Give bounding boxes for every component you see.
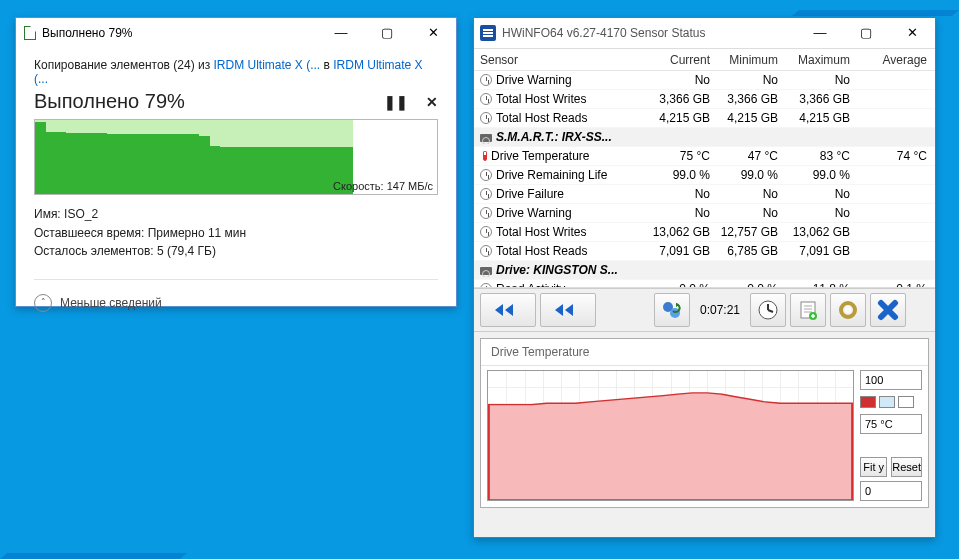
sensor-table[interactable]: Sensor Current Minimum Maximum Average D… (474, 48, 935, 288)
titlebar[interactable]: Выполнено 79% — ▢ ✕ (16, 18, 456, 48)
throughput-chart: Скорость: 147 МБ/с (34, 119, 438, 195)
reset-button[interactable]: Reset (891, 457, 922, 477)
drive-icon (480, 267, 492, 275)
y-min-field[interactable]: 0 (860, 481, 922, 501)
sensor-name: Drive Warning (496, 73, 572, 87)
y-max-field[interactable]: 100 (860, 370, 922, 390)
sensor-value: 7,091 GB (778, 244, 850, 258)
file-name-line: Имя: ISO_2 (34, 205, 438, 224)
maximize-button[interactable]: ▢ (843, 18, 889, 48)
sensor-value: 99.0 % (778, 168, 850, 182)
minimize-button[interactable]: — (318, 18, 364, 48)
minimize-button[interactable]: — (797, 18, 843, 48)
sensor-value: No (710, 187, 778, 201)
sensor-name: Drive Remaining Life (496, 168, 607, 182)
sensor-value: 4,215 GB (710, 111, 778, 125)
sensor-value: No (644, 73, 710, 87)
items-remaining-line: Осталось элементов: 5 (79,4 ГБ) (34, 242, 438, 261)
expand-left-button[interactable] (480, 293, 536, 327)
expand-right-button[interactable] (540, 293, 596, 327)
sensor-row[interactable]: Read Activity0.0 %0.0 %11.8 %0.1 % (474, 280, 935, 288)
sensor-value: No (710, 206, 778, 220)
clock-icon (480, 93, 492, 105)
sensor-group[interactable]: S.M.A.R.T.: IRX-SS... (474, 128, 935, 147)
temperature-chart (487, 370, 854, 501)
series-swatch-light[interactable] (879, 396, 895, 408)
elapsed-time: 0:07:21 (700, 303, 740, 317)
sensor-row[interactable]: Total Host Writes3,366 GB3,366 GB3,366 G… (474, 90, 935, 109)
pause-button[interactable]: ❚❚ (384, 94, 408, 110)
speed-label: Скорость: 147 МБ/с (333, 180, 433, 192)
sensor-value: 7,091 GB (644, 244, 710, 258)
svg-point-11 (845, 307, 851, 313)
maximize-button[interactable]: ▢ (364, 18, 410, 48)
sensor-row[interactable]: Drive WarningNoNoNo (474, 204, 935, 223)
close-sensors-button[interactable] (870, 293, 906, 327)
sensor-value: 99.0 % (710, 168, 778, 182)
current-value-field[interactable]: 75 °C (860, 414, 922, 434)
therm-icon (483, 151, 487, 161)
sensor-value: 3,366 GB (778, 92, 850, 106)
sensor-row[interactable]: Drive Remaining Life99.0 %99.0 %99.0 % (474, 166, 935, 185)
refresh-button[interactable] (654, 293, 690, 327)
file-copy-dialog: Выполнено 79% — ▢ ✕ Копирование элементо… (15, 17, 457, 307)
sensor-name: Drive Warning (496, 206, 572, 220)
sensor-value: 4,215 GB (644, 111, 710, 125)
series-swatch-white[interactable] (898, 396, 914, 408)
window-controls: — ▢ ✕ (797, 18, 935, 48)
hwinfo-window: HWiNFO64 v6.27-4170 Sensor Status — ▢ ✕ … (473, 17, 936, 538)
sensor-value: 99.0 % (644, 168, 710, 182)
fewer-details-label: Меньше сведений (60, 296, 162, 310)
close-button[interactable]: ✕ (410, 18, 456, 48)
chevron-up-icon: ˄ (34, 294, 52, 312)
cancel-button[interactable]: ✕ (426, 94, 438, 110)
sensor-row[interactable]: Drive FailureNoNoNo (474, 185, 935, 204)
series-swatch-red[interactable] (860, 396, 876, 408)
sensor-value: No (644, 206, 710, 220)
time-remaining-line: Оставшееся время: Примерно 11 мин (34, 224, 438, 243)
sensor-value: 3,366 GB (644, 92, 710, 106)
fit-y-button[interactable]: Fit y (860, 457, 887, 477)
fewer-details-toggle[interactable]: ˄ Меньше сведений (34, 279, 438, 312)
copy-source-line: Копирование элементов (24) из IRDM Ultim… (34, 58, 438, 86)
hwinfo-icon (480, 25, 496, 41)
source-link[interactable]: IRDM Ultimate X (... (214, 58, 321, 72)
sensor-name: Drive Failure (496, 187, 564, 201)
sensor-row[interactable]: Drive WarningNoNoNo (474, 71, 935, 90)
sensor-value: 74 °C (850, 149, 927, 163)
window-title: Выполнено 79% (42, 26, 318, 40)
sensor-row[interactable]: Total Host Writes13,062 GB12,757 GB13,06… (474, 223, 935, 242)
sensor-value: 13,062 GB (778, 225, 850, 239)
clock-icon (480, 207, 492, 219)
sensor-value: 13,062 GB (644, 225, 710, 239)
sensor-value: 75 °C (644, 149, 710, 163)
sensor-name: Total Host Reads (496, 111, 587, 125)
sensor-name: S.M.A.R.T.: IRX-SS... (496, 130, 612, 144)
sensor-group[interactable]: Drive: KINGSTON S... (474, 261, 935, 280)
sensor-value: No (710, 73, 778, 87)
close-button[interactable]: ✕ (889, 18, 935, 48)
sensor-name: Total Host Reads (496, 244, 587, 258)
sensor-row[interactable]: Drive Temperature75 °C47 °C83 °C74 °C (474, 147, 935, 166)
panel-title: Drive Temperature (481, 339, 928, 366)
clock-icon (480, 226, 492, 238)
sensor-value: 6,785 GB (710, 244, 778, 258)
sensor-value: 83 °C (778, 149, 850, 163)
clock-button[interactable] (750, 293, 786, 327)
table-header: Sensor Current Minimum Maximum Average (474, 49, 935, 71)
sensor-value: No (778, 206, 850, 220)
sensor-value: 12,757 GB (710, 225, 778, 239)
clock-icon (480, 188, 492, 200)
sensor-name: Drive: KINGSTON S... (496, 263, 618, 277)
settings-button[interactable] (830, 293, 866, 327)
window-title: HWiNFO64 v6.27-4170 Sensor Status (502, 26, 797, 40)
titlebar[interactable]: HWiNFO64 v6.27-4170 Sensor Status — ▢ ✕ (474, 18, 935, 48)
log-button[interactable] (790, 293, 826, 327)
sensor-value: 4,215 GB (778, 111, 850, 125)
clock-icon (480, 169, 492, 181)
series-swatches (860, 394, 922, 410)
sensor-name: Total Host Writes (496, 92, 586, 106)
copy-icon (24, 26, 36, 40)
sensor-row[interactable]: Total Host Reads7,091 GB6,785 GB7,091 GB (474, 242, 935, 261)
sensor-row[interactable]: Total Host Reads4,215 GB4,215 GB4,215 GB (474, 109, 935, 128)
